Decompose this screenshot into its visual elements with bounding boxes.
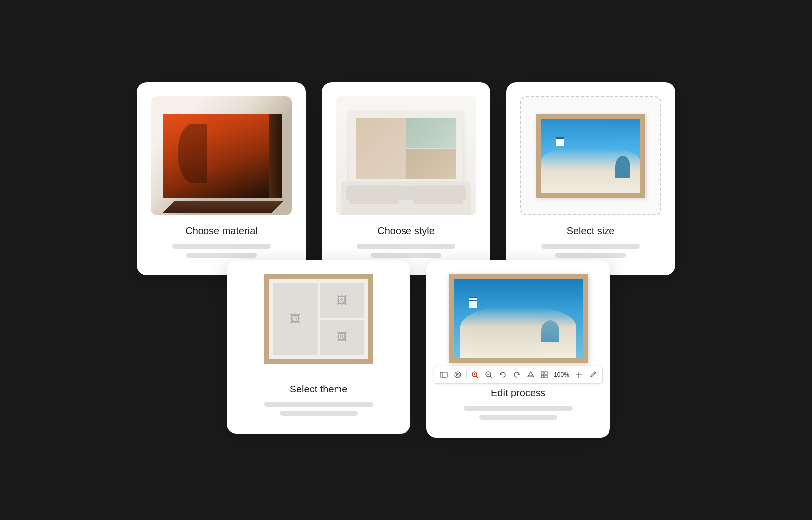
bottom-row: 🖼 🖼 🖼 Select theme — [227, 260, 610, 438]
photo-icon-3: 🖼 — [337, 331, 347, 344]
material-title: Choose material — [185, 225, 258, 237]
theme-image-wrap: 🖼 🖼 🖼 — [264, 274, 373, 374]
sofa — [341, 181, 471, 215]
toolbar-zoom-in-btn[interactable] — [469, 368, 481, 381]
svg-rect-18 — [545, 375, 547, 378]
svg-point-4 — [457, 374, 458, 375]
toolbar-contrast-btn[interactable] — [524, 368, 537, 381]
style-image — [336, 96, 476, 215]
size-image — [520, 96, 661, 215]
edit-frame — [449, 274, 588, 363]
skeleton-line-7 — [264, 402, 373, 407]
toolbar-zoom-percent: 100% — [552, 371, 571, 378]
edit-toolbar: 100% — [434, 366, 603, 384]
size-frame — [536, 114, 645, 198]
toolbar-rotate-left-btn[interactable] — [496, 368, 509, 381]
size-skeleton — [520, 244, 661, 258]
choose-style-card[interactable]: Choose style — [322, 82, 490, 275]
skeleton-line-10 — [479, 415, 557, 420]
svg-rect-17 — [541, 375, 544, 378]
svg-rect-15 — [541, 372, 544, 374]
skeleton-line-3 — [357, 244, 456, 249]
svg-line-19 — [594, 373, 595, 374]
theme-frame: 🖼 🖼 🖼 — [264, 274, 373, 364]
edit-title: Edit process — [491, 388, 545, 399]
edit-process-card[interactable]: 100% Edit process — [426, 260, 610, 438]
photo-icon-2: 🖼 — [337, 294, 347, 307]
toolbar-target-btn[interactable] — [451, 368, 464, 381]
style-skeleton — [336, 244, 476, 258]
svg-marker-12 — [500, 373, 502, 375]
toolbar-zoom-out-btn[interactable] — [482, 368, 495, 381]
toolbar-stepper-btn[interactable] — [572, 368, 585, 381]
style-title: Choose style — [377, 225, 435, 237]
photo-icon-1: 🖼 — [290, 313, 301, 325]
svg-line-6 — [476, 376, 478, 378]
svg-rect-16 — [545, 372, 547, 374]
size-title: Select size — [567, 225, 615, 237]
top-row: Choose material — [137, 82, 675, 275]
theme-skeleton — [241, 402, 397, 416]
toolbar-eyedropper-btn[interactable] — [586, 368, 599, 381]
theme-title: Select theme — [290, 384, 348, 395]
edit-image-area: 100% — [440, 274, 596, 384]
toolbar-rotate-right-btn[interactable] — [510, 368, 523, 381]
choose-material-card[interactable]: Choose material — [137, 82, 306, 275]
skeleton-line-6 — [555, 253, 626, 258]
skeleton-line-1 — [172, 244, 271, 249]
select-size-card[interactable]: Select size — [506, 82, 675, 275]
skeleton-line-4 — [371, 253, 441, 258]
edit-skeleton — [440, 406, 596, 420]
skeleton-line-9 — [464, 406, 573, 411]
skeleton-line-2 — [186, 253, 257, 258]
material-image — [151, 96, 292, 215]
toolbar-pro-btn[interactable] — [437, 368, 450, 381]
svg-rect-1 — [443, 372, 447, 377]
svg-line-10 — [490, 376, 492, 378]
svg-marker-13 — [517, 373, 519, 375]
main-container: Choose material — [108, 82, 704, 438]
select-theme-card[interactable]: 🖼 🖼 🖼 Select theme — [227, 260, 410, 434]
toolbar-grid-btn[interactable] — [538, 368, 551, 381]
skeleton-line-5 — [541, 244, 640, 249]
wall-frame — [349, 111, 463, 186]
material-skeleton — [151, 244, 292, 258]
skeleton-line-8 — [280, 411, 358, 416]
